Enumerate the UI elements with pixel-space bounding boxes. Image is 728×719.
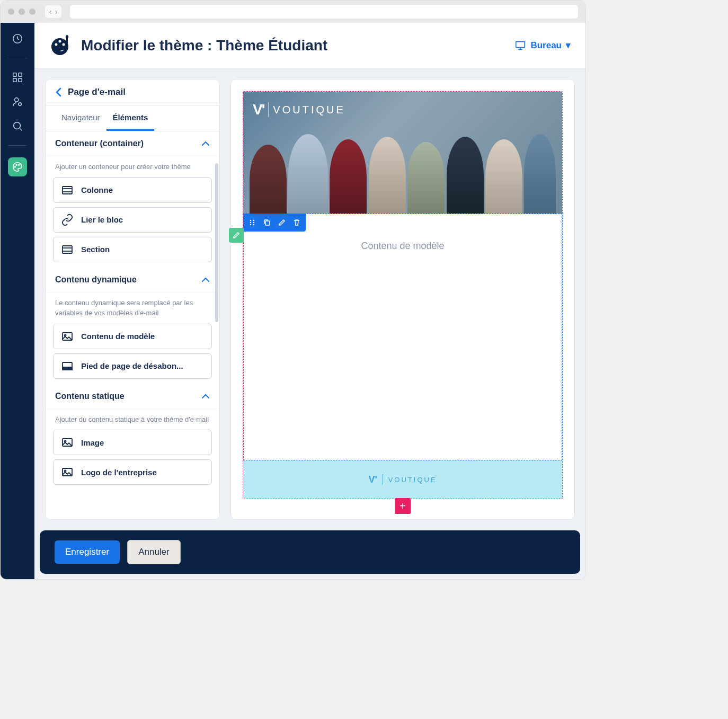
canvas-frame[interactable]: V' VOUTIQUE xyxy=(243,91,563,499)
image-icon xyxy=(61,330,74,343)
svg-point-14 xyxy=(63,43,65,46)
edit-icon[interactable] xyxy=(275,216,289,229)
device-label: Bureau xyxy=(530,40,562,51)
element-unsub-footer[interactable]: Pied de page de désabon... xyxy=(53,353,212,379)
section-static-header[interactable]: Contenu statique xyxy=(46,384,219,409)
device-selector[interactable]: Bureau ▾ xyxy=(514,40,571,51)
window-minimize-icon[interactable] xyxy=(19,8,25,15)
element-company-logo-label: Logo de l'entreprise xyxy=(81,468,157,477)
element-column-label: Colonne xyxy=(81,185,113,194)
svg-rect-3 xyxy=(13,78,16,82)
elements-panel: Page d'e-mail Navigateur Éléments Conten… xyxy=(45,79,220,520)
nav-forward-icon[interactable]: › xyxy=(55,7,58,16)
svg-point-8 xyxy=(15,166,16,167)
tab-navigator[interactable]: Navigateur xyxy=(55,105,106,131)
svg-point-5 xyxy=(15,98,19,102)
scrollbar-thumb[interactable] xyxy=(215,163,218,322)
svg-point-12 xyxy=(55,43,58,46)
svg-point-35 xyxy=(250,224,252,226)
chevron-up-icon xyxy=(201,394,210,399)
hero-v-mark-icon: V' xyxy=(253,101,264,118)
footer-brand-text: VOUTIQUE xyxy=(388,476,437,484)
delete-icon[interactable] xyxy=(290,216,304,229)
svg-point-6 xyxy=(19,103,22,106)
section-container-title: Conteneur (container) xyxy=(55,139,144,148)
section-dynamic-desc: Le contenu dynamique sera remplacé par l… xyxy=(46,292,219,321)
chevron-up-icon xyxy=(201,277,210,282)
footer-v-mark-icon: V' xyxy=(368,474,377,485)
svg-point-33 xyxy=(250,222,252,224)
image-icon xyxy=(61,436,74,449)
image-icon xyxy=(61,466,74,478)
svg-point-13 xyxy=(59,40,61,42)
svg-point-9 xyxy=(16,164,17,165)
section-icon xyxy=(61,243,74,256)
bottom-action-bar: Enregistrer Annuler xyxy=(40,530,580,574)
history-icon[interactable] xyxy=(10,31,25,46)
svg-point-34 xyxy=(253,222,255,224)
section-dynamic-header[interactable]: Contenu dynamique xyxy=(46,268,219,292)
cancel-button[interactable]: Annuler xyxy=(127,540,181,564)
url-bar[interactable] xyxy=(70,5,578,19)
section-static-desc: Ajouter du contenu statique à votre thèm… xyxy=(46,409,219,427)
add-block-button[interactable]: + xyxy=(395,498,411,514)
template-content-block[interactable]: Contenu de modèle xyxy=(243,214,562,460)
nav-back-icon[interactable]: ‹ xyxy=(49,7,52,16)
svg-rect-37 xyxy=(265,221,270,225)
side-edit-tab[interactable] xyxy=(229,228,244,243)
theme-palette-icon[interactable] xyxy=(8,157,27,176)
element-section[interactable]: Section xyxy=(53,237,212,262)
save-button[interactable]: Enregistrer xyxy=(55,540,120,564)
hero-logo-overlay: V' VOUTIQUE xyxy=(253,101,345,118)
element-template-content-label: Contenu de modèle xyxy=(81,332,155,341)
svg-rect-16 xyxy=(516,41,525,47)
svg-point-31 xyxy=(250,220,252,221)
svg-point-36 xyxy=(253,224,255,226)
svg-rect-1 xyxy=(13,73,16,76)
element-unsub-footer-label: Pied de page de désabon... xyxy=(81,361,183,370)
duplicate-icon[interactable] xyxy=(260,216,274,229)
hero-people-illustration xyxy=(243,123,562,214)
element-link-block-label: Lier le bloc xyxy=(81,215,123,224)
window-zoom-icon[interactable] xyxy=(29,8,35,15)
section-dynamic-title: Contenu dynamique xyxy=(55,275,137,285)
user-settings-icon[interactable] xyxy=(10,94,25,109)
element-image[interactable]: Image xyxy=(53,430,212,455)
desktop-icon xyxy=(514,40,526,51)
section-static-title: Contenu statique xyxy=(55,392,125,401)
page-title: Modifier le thème : Thème Étudiant xyxy=(81,37,327,54)
element-company-logo[interactable]: Logo de l'entreprise xyxy=(53,459,212,485)
palette-logo-icon xyxy=(49,34,73,57)
link-icon xyxy=(61,214,74,226)
footer-block[interactable]: V' VOUTIQUE xyxy=(243,460,562,499)
content-placeholder: Contenu de modèle xyxy=(244,241,562,252)
chevron-up-icon xyxy=(201,141,210,146)
window-close-icon[interactable] xyxy=(8,8,14,15)
element-section-label: Section xyxy=(81,245,110,254)
apps-icon[interactable] xyxy=(10,70,25,85)
page-header: Modifier le thème : Thème Étudiant Burea… xyxy=(34,23,585,68)
svg-point-10 xyxy=(19,164,20,165)
element-template-content[interactable]: Contenu de modèle xyxy=(53,324,212,349)
element-link-block[interactable]: Lier le bloc xyxy=(53,207,212,233)
svg-point-7 xyxy=(14,122,21,129)
search-icon[interactable] xyxy=(10,119,25,134)
panel-title: Page d'e-mail xyxy=(68,87,126,97)
chevron-down-icon: ▾ xyxy=(566,40,571,51)
svg-rect-4 xyxy=(19,78,22,82)
section-container-header[interactable]: Conteneur (container) xyxy=(46,131,219,156)
hero-brand-text: VOUTIQUE xyxy=(273,104,345,116)
svg-rect-2 xyxy=(19,73,22,76)
svg-rect-26 xyxy=(63,367,72,370)
canvas-panel: V' VOUTIQUE xyxy=(230,79,575,520)
block-toolbar xyxy=(243,214,306,232)
drag-handle-icon[interactable] xyxy=(245,216,259,229)
column-icon xyxy=(61,184,74,197)
element-column[interactable]: Colonne xyxy=(53,177,212,203)
hero-image-block[interactable]: V' VOUTIQUE xyxy=(243,92,562,214)
tab-elements[interactable]: Éléments xyxy=(106,105,155,131)
back-button[interactable] xyxy=(55,87,63,97)
svg-rect-20 xyxy=(63,246,72,253)
footer-icon xyxy=(61,360,74,372)
side-rail xyxy=(1,23,34,579)
